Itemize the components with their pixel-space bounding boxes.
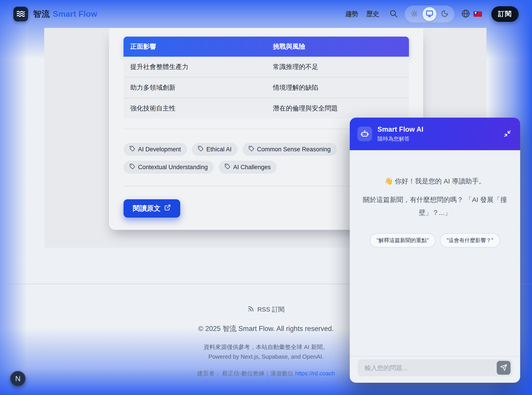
tag-icon [198, 146, 204, 153]
credit-link[interactable]: https://rd.coach [295, 370, 335, 377]
tag-chip[interactable]: Common Sense Reasoning [243, 143, 337, 156]
table-row: 助力多領域創新 情境理解的缺陷 [123, 77, 409, 98]
moon-icon [441, 10, 448, 18]
minimize-icon [504, 130, 511, 138]
credit-text: 建置者： 蔡正信-數位教練｜漫遊數位 [197, 370, 295, 377]
subscribe-button[interactable]: 訂閱 [491, 6, 519, 22]
table-cell: 潛在的倫理與安全問題 [266, 98, 409, 119]
chat-title: Smart Flow AI [377, 126, 423, 133]
waves-logo-icon [16, 9, 26, 19]
chat-titles: Smart Flow AI 隨時為您解答 [377, 126, 423, 142]
chat-minimize-button[interactable] [502, 129, 513, 139]
table-cell: 強化技術自主性 [123, 98, 266, 119]
language-button[interactable] [461, 9, 470, 19]
top-navbar: 智流Smart Flow 趨勢 歷史 [0, 0, 532, 28]
chat-greeting-line2: 關於這篇新聞，有什麼想問的嗎？ 「AI 發展「撞壁」？...」 [362, 193, 508, 219]
comparison-table: 正面影響 挑戰與風險 提升社會整體生產力 常識推理的不足 助力多領域創新 情境理… [123, 37, 409, 119]
tag-label: Contextual Understanding [138, 164, 208, 171]
table-cell: 常識推理的不足 [266, 57, 409, 77]
table-col-positive: 正面影響 [123, 37, 266, 57]
chat-input[interactable] [364, 359, 473, 377]
tag-chip[interactable]: Contextual Understanding [123, 161, 214, 174]
table-col-risk: 挑戰與風險 [266, 37, 409, 57]
brand-name-cn: 智流 [33, 9, 50, 18]
table-cell: 情境理解的缺陷 [266, 77, 409, 98]
tag-label: AI Challenges [233, 164, 271, 171]
monitor-icon [426, 10, 433, 18]
suggestion-chip[interactable]: "這會有什麼影響？" [440, 233, 500, 247]
theme-toggle [405, 5, 454, 22]
taiwan-flag-icon [473, 11, 482, 17]
chat-message-area: 👋 你好！我是您的 AI 導讀助手。 關於這篇新聞，有什麼想問的嗎？ 「AI 發… [350, 150, 520, 357]
tag-label: Common Sense Reasoning [257, 146, 331, 153]
nextjs-dev-badge[interactable]: N [10, 371, 26, 387]
brand-title: 智流Smart Flow [33, 8, 97, 20]
theme-option-light[interactable] [407, 7, 421, 21]
tag-chip[interactable]: Ethical AI [192, 143, 238, 156]
tag-icon [129, 164, 135, 171]
table-cell: 助力多領域創新 [123, 77, 266, 98]
smart-flow-logo [13, 7, 28, 22]
search-button[interactable] [389, 9, 398, 19]
chat-greeting-line1: 👋 你好！我是您的 AI 導讀助手。 [362, 176, 508, 187]
tag-icon [249, 146, 254, 153]
rss-icon [247, 306, 254, 314]
tag-chip[interactable]: AI Challenges [219, 161, 277, 174]
page: 智流Smart Flow 趨勢 歷史 [0, 0, 532, 395]
tag-icon [129, 146, 135, 153]
chat-suggestions: "解釋這篇新聞的重點" "這會有什麼影響？" [362, 233, 508, 247]
nav-link-history[interactable]: 歷史 [366, 10, 379, 18]
table-row: 強化技術自主性 潛在的倫理與安全問題 [123, 98, 409, 119]
chat-widget-header: Smart Flow AI 隨時為您解答 [350, 118, 520, 150]
tag-icon [225, 164, 230, 171]
send-button[interactable] [497, 361, 510, 375]
suggestion-chip[interactable]: "解釋這篇新聞的重點" [370, 233, 435, 247]
theme-option-system[interactable] [423, 7, 437, 21]
send-icon [500, 364, 507, 372]
table-cell: 提升社會整體生產力 [123, 57, 266, 77]
chat-subtitle: 隨時為您解答 [377, 135, 423, 142]
nav-link-trends[interactable]: 趨勢 [345, 10, 358, 18]
read-original-button[interactable]: 閱讀原文 [123, 199, 180, 218]
sun-icon [410, 10, 418, 18]
globe-icon [461, 9, 470, 19]
tag-label: Ethical AI [206, 146, 232, 153]
robot-avatar [357, 126, 372, 141]
theme-option-dark[interactable] [438, 7, 452, 21]
brand[interactable]: 智流Smart Flow [13, 7, 97, 22]
search-icon [389, 9, 398, 19]
read-original-label: 閱讀原文 [133, 204, 161, 213]
chat-widget: Smart Flow AI 隨時為您解答 👋 你好！我是您的 AI 導讀助手。 … [350, 118, 520, 383]
chat-input-container [358, 359, 512, 376]
chat-input-bar [350, 356, 520, 383]
table-header-row: 正面影響 挑戰與風險 [123, 37, 409, 57]
rss-label: RSS 訂閱 [257, 305, 284, 314]
tag-chip[interactable]: AI Development [123, 143, 187, 156]
brand-name-en: Smart Flow [53, 9, 97, 18]
navbar-actions: 趨勢 歷史 [345, 5, 519, 22]
robot-icon [360, 129, 370, 139]
external-link-icon [164, 204, 171, 213]
tag-label: AI Development [138, 146, 181, 153]
table-row: 提升社會整體生產力 常識推理的不足 [123, 57, 409, 77]
